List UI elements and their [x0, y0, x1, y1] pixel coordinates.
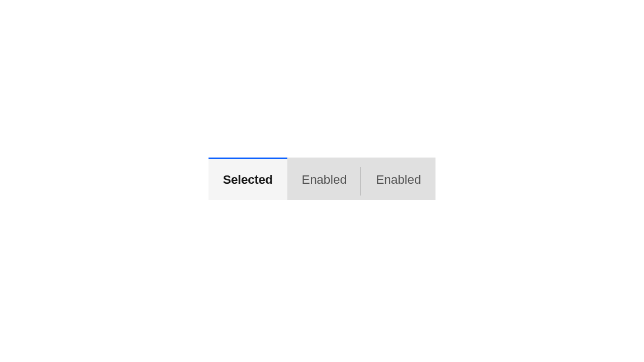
- tabs-container: Selected Enabled Enabled: [209, 158, 435, 200]
- tab-label: Selected: [223, 173, 273, 187]
- tab-enabled-1[interactable]: Enabled: [287, 158, 362, 200]
- tab-label: Enabled: [302, 173, 347, 187]
- tab-label: Enabled: [376, 173, 421, 187]
- tab-enabled-2[interactable]: Enabled: [361, 158, 435, 200]
- tab-selected[interactable]: Selected: [209, 158, 287, 200]
